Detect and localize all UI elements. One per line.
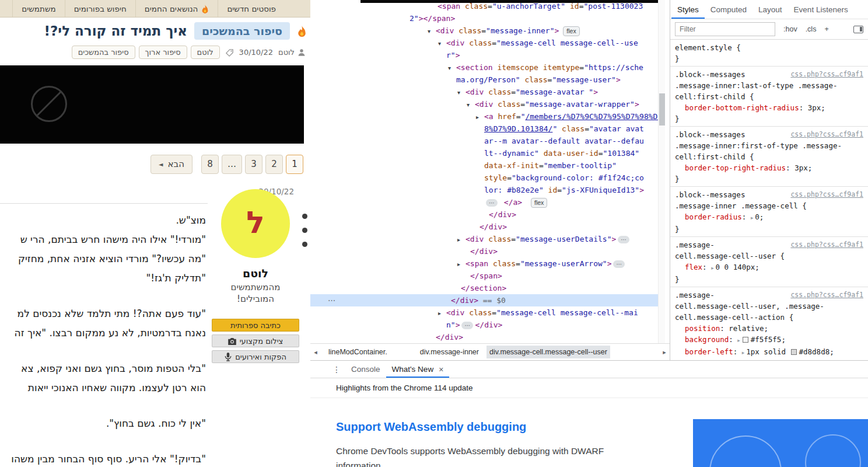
element-state-panel-icon[interactable]: [853, 26, 863, 33]
disclosure-expanded-icon[interactable]: ▾: [457, 86, 466, 99]
dom-tree-node[interactable]: ▸<span class="message-userArrow">⋯: [310, 257, 663, 270]
rule-selector[interactable]: element.style {: [675, 42, 863, 53]
stylesheet-source-link[interactable]: css.php?css…cf9af1: [790, 189, 863, 200]
drawer-tab-console[interactable]: Console: [345, 361, 386, 378]
toolbar-button[interactable]: :hov: [783, 25, 797, 33]
dom-tree-node[interactable]: ▸<div class="message-userDetails">⋯: [310, 233, 663, 245]
thread-tag[interactable]: סיפור ארוך: [139, 46, 187, 59]
rule-selector[interactable]: .message-inner:last-of-type .message-: [675, 80, 863, 91]
color-swatch[interactable]: [743, 337, 748, 343]
breadcrumb-item[interactable]: lineModContainer.: [326, 346, 390, 358]
css-property[interactable]: flex: ▸ 0 0 140px;: [675, 262, 863, 274]
dom-tree-node[interactable]: 8%D7%9D.101384/" class="avatar avat: [310, 123, 663, 135]
dom-tree-node[interactable]: </section>: [310, 282, 663, 294]
user-banner[interactable]: כתיבה ספרותית: [212, 319, 299, 332]
post-menu-dots[interactable]: [302, 214, 307, 256]
thread-prefix-badge[interactable]: סיפור בהמשכים: [194, 22, 290, 40]
tab-event-listeners[interactable]: Event Listeners: [788, 0, 854, 19]
toolbar-button[interactable]: .cls: [806, 25, 817, 33]
css-property[interactable]: background: ▸ #f5f5f5;: [675, 334, 863, 346]
dom-tree-node[interactable]: ⋯ </a> flex: [310, 196, 663, 208]
dom-tree-node[interactable]: lt--dynamic" data-user-id="101384": [310, 147, 663, 159]
forum-nav-item[interactable]: הנושאים החמים: [135, 0, 218, 17]
hidden-children-button[interactable]: ⋯: [618, 236, 629, 243]
stylesheet-source-link[interactable]: css.php?css…cf9af1: [790, 129, 863, 140]
flex-badge[interactable]: flex: [531, 198, 547, 208]
disclosure-expanded-icon[interactable]: ▾: [428, 25, 436, 37]
stylesheet-source-link[interactable]: css.php?css…cf9af1: [790, 290, 863, 301]
rule-selector[interactable]: cell.message-cell--action {: [675, 312, 863, 323]
rule-selector[interactable]: cell.message-cell--user, .message-: [675, 301, 863, 312]
dom-tree-node[interactable]: ▸<div class="message-cell message-cell--…: [310, 306, 663, 319]
hidden-children-button[interactable]: ⋯: [613, 260, 625, 268]
dom-tree-node[interactable]: data-xf-init="member-tooltip": [310, 159, 663, 172]
css-property[interactable]: border-top-right-radius: 3px;: [675, 162, 863, 173]
next-page-button[interactable]: הבא◄: [150, 155, 192, 174]
stylesheet-source-link[interactable]: css.php?css…cf9af1: [790, 69, 863, 80]
forum-nav-item[interactable]: חיפוש בפורומים: [65, 0, 135, 17]
expand-value-icon[interactable]: ▸: [711, 265, 715, 271]
dom-tree-node[interactable]: </div>: [310, 221, 663, 233]
breadcrumb-item[interactable]: div.message-cell.message-cell--user: [487, 346, 610, 358]
css-property[interactable]: border-left: ▸ 1px solid #d8d8d8;: [675, 346, 863, 358]
page-button[interactable]: 2: [265, 155, 283, 174]
dom-tree-node[interactable]: r">: [310, 49, 663, 61]
dom-tree-node[interactable]: 2"></span>: [310, 12, 663, 25]
disclosure-expanded-icon[interactable]: ▾: [467, 99, 475, 111]
dom-tree-node[interactable]: ma.org/Person" class="message-user">: [310, 74, 663, 86]
rule-selector[interactable]: cell.message-cell--user {: [675, 250, 863, 262]
breadcrumb-scroll-right-icon[interactable]: ▸: [659, 348, 670, 356]
dom-tree-node[interactable]: ▾<section itemscope itemtype="https://sc…: [310, 61, 663, 74]
avatar[interactable]: ל: [221, 189, 290, 258]
disclosure-expanded-icon[interactable]: ▾: [438, 37, 446, 50]
hidden-children-button[interactable]: ⋯: [461, 322, 473, 329]
dom-tree-node[interactable]: </span>: [310, 270, 663, 282]
dom-tree-node[interactable]: ▾<div class="message-inner">flex: [310, 25, 663, 37]
toolbar-button[interactable]: +: [824, 25, 828, 33]
hidden-children-button[interactable]: ⋯: [486, 199, 498, 207]
page-button[interactable]: …: [222, 155, 242, 174]
dom-tree-node[interactable]: ⋯</div> == $0: [310, 294, 663, 306]
disclosure-collapsed-icon[interactable]: ▸: [438, 307, 446, 319]
close-tab-button[interactable]: ×: [439, 365, 443, 374]
dom-tree-node[interactable]: ▾<div class="message-avatar-wrapper">: [310, 98, 663, 110]
node-menu-button[interactable]: ⋯: [328, 294, 335, 306]
stylesheet-source-link[interactable]: css.php?css…cf9af1: [790, 239, 863, 250]
page-button[interactable]: 8: [201, 155, 219, 174]
thread-author[interactable]: לוטם: [278, 48, 306, 57]
dom-tree-node[interactable]: ▾<div class="message-cell message-cell--…: [310, 37, 663, 49]
dom-tree-node[interactable]: </div>: [310, 208, 663, 221]
disclosure-expanded-icon[interactable]: ▾: [448, 62, 456, 74]
dom-tree-node[interactable]: </div>: [310, 245, 663, 257]
flex-badge[interactable]: flex: [563, 26, 579, 36]
dom-tree-node[interactable]: ar--m avatar--default avatar--defau: [310, 135, 663, 147]
page-button[interactable]: 1: [286, 155, 303, 174]
disclosure-collapsed-icon[interactable]: ▸: [476, 111, 484, 123]
disclosure-collapsed-icon[interactable]: ▸: [457, 258, 466, 270]
forum-nav-item[interactable]: פוסטים חדשים: [218, 0, 285, 17]
css-property[interactable]: border-bottom-right-radius: 3px;: [675, 102, 863, 113]
thread-tag[interactable]: סיפור בהמשכים: [72, 46, 135, 59]
thread-tag[interactable]: לוטם: [191, 46, 220, 59]
color-swatch[interactable]: [791, 349, 797, 355]
tab-styles[interactable]: Styles: [671, 0, 705, 19]
dom-tree-node[interactable]: n">⋯</div>: [310, 319, 663, 331]
rule-selector[interactable]: .message-inner:first-of-type .message-: [675, 140, 863, 151]
drawer-menu-icon[interactable]: ⋮: [332, 361, 341, 378]
rule-selector[interactable]: cell:first-child {: [675, 91, 863, 102]
dom-tree-node[interactable]: style="background-color: #f1f24c;co: [310, 172, 663, 184]
user-banner[interactable]: צילום מקצועי: [212, 334, 299, 347]
disclosure-collapsed-icon[interactable]: ▸: [457, 234, 466, 246]
css-property[interactable]: position: relative;: [675, 323, 863, 334]
styles-filter-input[interactable]: [675, 22, 775, 36]
username[interactable]: לוטם: [208, 267, 303, 280]
tab-computed[interactable]: Computed: [705, 0, 752, 19]
rule-selector[interactable]: .message-inner .message-cell {: [675, 200, 863, 211]
user-banner[interactable]: הפקות ואירועים: [212, 350, 299, 363]
dom-tree-node[interactable]: lor: #b82e2e" id="js-XFUniqueId13">: [310, 184, 663, 196]
breadcrumb-item[interactable]: div.message-inner: [417, 346, 482, 358]
rule-selector[interactable]: cell:first-child {: [675, 151, 863, 162]
page-button[interactable]: 3: [245, 155, 262, 174]
forum-nav-item[interactable]: משתמשים: [12, 0, 64, 17]
css-property[interactable]: border-radius: ▸ 0;: [675, 211, 863, 224]
